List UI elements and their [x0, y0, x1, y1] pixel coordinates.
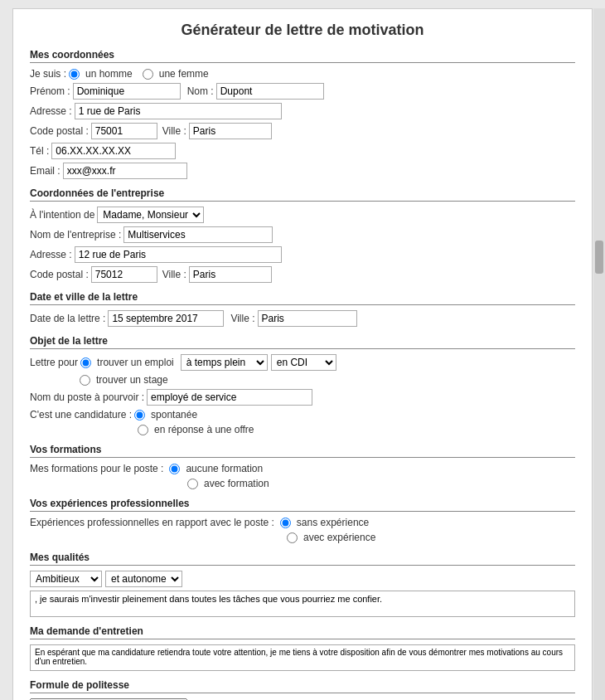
section-experiences: Vos expériences professionnelles	[30, 498, 575, 512]
adresse-input[interactable]	[75, 103, 282, 119]
entreprise-ville-input[interactable]	[189, 266, 272, 283]
qualites-text-row: , je saurais m'investir pleinement dans …	[30, 591, 575, 617]
gender-homme-radio[interactable]	[69, 69, 80, 80]
ville-input[interactable]	[189, 123, 272, 139]
entreprise-cp-ville-row: Code postal : Ville :	[30, 266, 575, 283]
entreprise-cp-label: Code postal :	[30, 269, 89, 280]
section-objet: Objet de la lettre	[30, 335, 575, 349]
avec-experience-radio[interactable]	[287, 532, 298, 543]
date-ville-label: Ville :	[230, 313, 254, 324]
poste-label: Nom du poste à pourvoir :	[30, 391, 144, 403]
entreprise-adresse-input[interactable]	[75, 246, 282, 263]
entreprise-adresse-label: Adresse :	[30, 249, 72, 260]
stage-option[interactable]: trouver un stage	[80, 374, 168, 386]
prenom-nom-row: Prénom : Nom :	[30, 83, 575, 100]
poste-row: Nom du poste à pourvoir :	[30, 389, 575, 406]
gender-homme-label: un homme	[85, 68, 133, 80]
qualites-selects-row: Ambitieux Sérieux Dynamique Organisé et …	[30, 571, 575, 587]
entreprise-cp-input[interactable]	[91, 266, 157, 283]
qualite2-select[interactable]: et autonome et créatif et motivé	[105, 571, 182, 587]
stage-row: trouver un stage	[30, 374, 575, 386]
formations-intro: Mes formations pour le poste :	[30, 463, 163, 474]
email-input[interactable]	[63, 163, 187, 179]
stage-radio[interactable]	[80, 375, 90, 386]
experiences-row: Expériences professionnelles en rapport …	[30, 517, 575, 528]
avec-formation-option[interactable]: avec formation	[187, 478, 269, 489]
avec-experience-row: avec expérience	[30, 532, 575, 543]
email-row: Email :	[30, 163, 575, 179]
qualites-textarea[interactable]: , je saurais m'investir pleinement dans …	[30, 591, 575, 617]
ville-label: Ville :	[162, 125, 186, 137]
entreprise-nom-label: Nom de l'entreprise :	[30, 229, 121, 241]
prenom-input[interactable]	[73, 83, 181, 100]
section-qualites: Mes qualités	[30, 552, 575, 566]
qualite1-select[interactable]: Ambitieux Sérieux Dynamique Organisé	[30, 571, 102, 587]
spontanee-label: spontanée	[151, 409, 197, 420]
gender-femme-label: une femme	[159, 68, 209, 80]
time-select[interactable]: à temps plein à temps partiel	[181, 354, 268, 371]
avec-formation-row: avec formation	[30, 478, 575, 489]
tel-label: Tél :	[30, 145, 49, 157]
date-row: Date de la lettre : Ville :	[30, 310, 575, 327]
date-ville-input[interactable]	[258, 310, 357, 327]
email-label: Email :	[30, 165, 60, 177]
aucune-formation-option[interactable]: aucune formation	[169, 463, 263, 474]
intention-label: À l'intention de	[30, 209, 94, 221]
candidature-label: C'est une candidature :	[30, 409, 132, 420]
stage-label: trouver un stage	[96, 374, 168, 386]
section-entretien: Ma demande d'entretien	[30, 625, 575, 639]
lettre-pour-label: Lettre pour	[30, 357, 78, 368]
formations-row: Mes formations pour le poste : aucune fo…	[30, 463, 575, 474]
poste-input[interactable]	[147, 389, 312, 406]
prenom-label: Prénom :	[30, 85, 70, 97]
section-date: Date et ville de la lettre	[30, 291, 575, 305]
avec-formation-radio[interactable]	[187, 479, 198, 489]
lettre-pour-row: Lettre pour trouver un emploi à temps pl…	[30, 354, 575, 371]
offre-label: en réponse à une offre	[154, 424, 254, 435]
emploi-label: trouver un emploi	[97, 357, 174, 368]
avec-experience-label: avec expérience	[303, 532, 375, 543]
tel-row: Tél :	[30, 143, 575, 159]
gender-row: Je suis : un homme une femme	[30, 68, 575, 80]
avec-formation-label: avec formation	[204, 478, 269, 489]
offre-row: en réponse à une offre	[30, 424, 575, 435]
avec-experience-option[interactable]: avec expérience	[287, 532, 375, 543]
intention-row: À l'intention de Madame, Monsieur Madame…	[30, 207, 575, 223]
cp-ville-row: Code postal : Ville :	[30, 123, 575, 139]
aucune-formation-label: aucune formation	[186, 463, 263, 474]
gender-femme-option[interactable]: une femme	[143, 68, 209, 80]
section-politesse: Formule de politesse	[30, 679, 575, 693]
spontanee-option[interactable]: spontanée	[134, 409, 197, 420]
sans-experience-option[interactable]: sans expérience	[280, 517, 369, 528]
section-formations: Vos formations	[30, 444, 575, 458]
candidature-label-row: C'est une candidature : spontanée	[30, 409, 575, 420]
gender-femme-radio[interactable]	[143, 69, 153, 80]
tel-input[interactable]	[51, 143, 176, 159]
sans-experience-radio[interactable]	[280, 518, 291, 528]
scrollbar[interactable]	[593, 8, 605, 700]
gender-homme-option[interactable]: un homme	[69, 68, 133, 80]
page-title: Générateur de lettre de motivation	[30, 22, 575, 39]
experiences-intro: Expériences professionnelles en rapport …	[30, 517, 274, 528]
nom-input[interactable]	[216, 83, 324, 100]
emploi-option[interactable]: trouver un emploi	[80, 357, 174, 368]
date-input[interactable]	[108, 310, 224, 327]
intention-select[interactable]: Madame, Monsieur Madame Monsieur	[97, 207, 204, 223]
contract-select[interactable]: en CDI en CDD en intérim	[271, 354, 336, 371]
sans-experience-label: sans expérience	[297, 517, 369, 528]
offre-radio[interactable]	[138, 425, 148, 435]
entreprise-adresse-row: Adresse :	[30, 246, 575, 263]
aucune-formation-radio[interactable]	[169, 464, 180, 474]
entreprise-ville-label: Ville :	[162, 269, 186, 280]
entretien-text-row: En espérant que ma candidature retiendra…	[30, 644, 575, 671]
adresse-label: Adresse :	[30, 105, 72, 117]
scrollbar-thumb[interactable]	[595, 241, 603, 274]
entreprise-nom-input[interactable]	[123, 226, 273, 243]
spontanee-radio[interactable]	[134, 410, 145, 420]
cp-input[interactable]	[91, 123, 157, 139]
entretien-textarea[interactable]: En espérant que ma candidature retiendra…	[30, 644, 575, 671]
cp-label: Code postal :	[30, 125, 89, 137]
offre-option[interactable]: en réponse à une offre	[138, 424, 254, 435]
nom-label: Nom :	[187, 85, 214, 97]
emploi-radio[interactable]	[80, 357, 91, 368]
